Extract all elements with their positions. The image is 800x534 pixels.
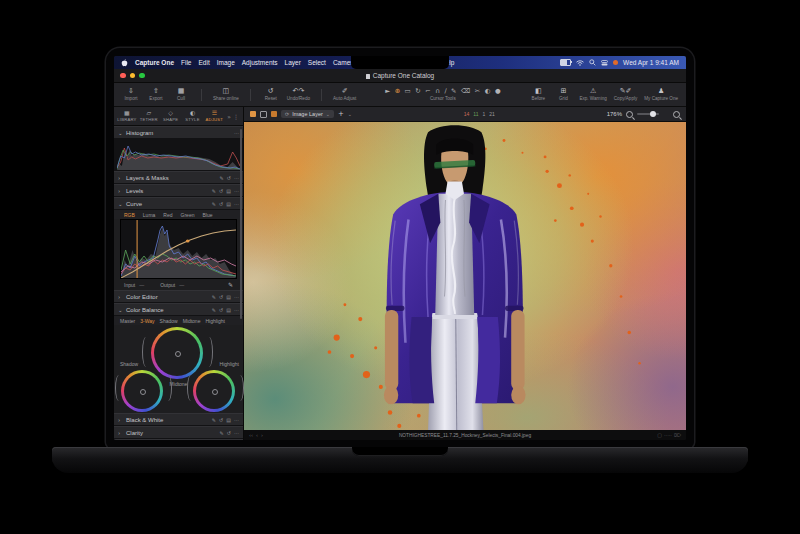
- draw-mask-tool-icon[interactable]: ✎: [451, 88, 456, 95]
- curve-tab-rgb[interactable]: RGB: [124, 212, 135, 218]
- import-button[interactable]: ⇩Import: [122, 88, 140, 101]
- copy-apply-button[interactable]: ✎✐Copy/Apply: [614, 88, 638, 101]
- add-layer-button[interactable]: +: [338, 110, 344, 118]
- auto-adjust-button[interactable]: ✐Auto Adjust: [333, 88, 356, 101]
- crop-tool-icon[interactable]: ▭: [405, 88, 411, 95]
- curve-graph[interactable]: [120, 219, 237, 279]
- rotate-tool-icon[interactable]: ↻: [415, 88, 420, 95]
- menu-file[interactable]: File: [181, 59, 191, 66]
- proof-icon[interactable]: [271, 111, 277, 117]
- more-icon[interactable]: ⋯: [234, 130, 239, 136]
- tab-menu-icon[interactable]: ⋮: [233, 113, 239, 120]
- reset-icon[interactable]: ↺: [219, 188, 223, 194]
- pan-tool-icon[interactable]: ⊕: [395, 88, 400, 95]
- shadow-color-wheel[interactable]: [121, 370, 163, 412]
- reset-icon[interactable]: ↺: [219, 307, 223, 313]
- more-icon[interactable]: ⋯: [234, 175, 239, 181]
- chevron-right-icon[interactable]: ›: [118, 188, 123, 194]
- rating-dots-icon[interactable]: ·····: [664, 432, 672, 438]
- copy-icon[interactable]: ▤: [226, 201, 231, 207]
- reset-button[interactable]: ↺Reset: [262, 88, 280, 101]
- curve-tab-red[interactable]: Red: [163, 212, 172, 218]
- chevron-down-icon[interactable]: ⌄: [118, 130, 123, 136]
- tab-style[interactable]: ◐STYLE: [182, 107, 204, 125]
- more-icon[interactable]: ⋯: [234, 201, 239, 207]
- erase-mask-tool-icon[interactable]: ⌫: [461, 88, 470, 95]
- tab-adjust[interactable]: ☰ADJUST: [203, 107, 225, 125]
- menu-adjustments[interactable]: Adjustments: [242, 59, 278, 66]
- section-clarity[interactable]: › Clarity ✎ ↺ ⋯: [114, 426, 243, 439]
- copy-icon[interactable]: ▤: [226, 294, 231, 300]
- previous-image-icon[interactable]: ‹: [256, 432, 258, 438]
- exposure-warning-button[interactable]: ⚠Exp. Warning: [579, 88, 606, 101]
- photo-canvas[interactable]: [244, 122, 686, 430]
- curve-output-value[interactable]: —: [179, 282, 184, 288]
- zoom-slider[interactable]: [637, 113, 659, 115]
- reset-icon[interactable]: ↺: [219, 294, 223, 300]
- section-color-editor[interactable]: › Color Editor ✎ ↺ ▤ ⋯: [114, 290, 243, 303]
- more-icon[interactable]: ⋯: [234, 417, 239, 423]
- cb-tab-midtone[interactable]: Midtone: [183, 318, 201, 324]
- curve-picker-icon[interactable]: ✎: [228, 281, 233, 288]
- next-image-icon[interactable]: ›: [261, 432, 263, 438]
- brush-icon[interactable]: ✎: [212, 417, 216, 423]
- section-dehaze[interactable]: › Dehaze ✎ ↺ ⋯: [114, 439, 243, 440]
- brush-icon[interactable]: ✎: [220, 430, 224, 436]
- section-black-white[interactable]: › Black & White ✎ ↺ ▤ ⋯: [114, 413, 243, 426]
- share-online-button[interactable]: ◫Share online: [213, 88, 239, 101]
- curve-input-value[interactable]: —: [139, 282, 144, 288]
- more-icon[interactable]: ⋯: [234, 430, 239, 436]
- first-image-icon[interactable]: ‹‹: [249, 432, 253, 438]
- cb-tab-master[interactable]: Master: [120, 318, 135, 324]
- menu-app-name[interactable]: Capture One: [135, 59, 174, 66]
- menu-layer[interactable]: Layer: [285, 59, 301, 66]
- cb-tab-3way[interactable]: 3-Way: [140, 318, 154, 324]
- my-capture-one-button[interactable]: ♟My Capture One: [644, 88, 678, 101]
- section-histogram[interactable]: ⌄ Histogram ⋯: [114, 126, 243, 139]
- sidebar-scrollbar[interactable]: [240, 129, 242, 319]
- menu-bar-clock[interactable]: Wed Apr 1 9:41 AM: [623, 59, 679, 66]
- tab-shape[interactable]: ◇SHAPE: [160, 107, 182, 125]
- eyedropper-icon[interactable]: ✎: [212, 188, 216, 194]
- brush-icon[interactable]: ✎: [220, 175, 224, 181]
- chevron-right-icon[interactable]: ›: [118, 294, 123, 300]
- loupe-icon[interactable]: [673, 111, 680, 118]
- highlight-color-wheel[interactable]: [193, 370, 235, 412]
- highlight-luminance-slider[interactable]: [236, 375, 244, 401]
- grid-button[interactable]: ⊞Grid: [554, 88, 572, 101]
- reset-icon[interactable]: ↺: [227, 430, 231, 436]
- copy-icon[interactable]: ▤: [226, 417, 231, 423]
- chevron-right-icon[interactable]: ›: [118, 175, 123, 181]
- apple-logo-icon[interactable]: [121, 59, 128, 67]
- cb-tab-shadow[interactable]: Shadow: [160, 318, 178, 324]
- midtone-luminance-slider[interactable]: [205, 337, 213, 367]
- curve-tab-green[interactable]: Green: [181, 212, 195, 218]
- clone-tool-icon[interactable]: ◐: [485, 88, 491, 95]
- more-icon[interactable]: ⋯: [234, 294, 239, 300]
- search-icon[interactable]: [589, 59, 596, 66]
- picker-tool-icon[interactable]: ●: [495, 88, 501, 95]
- copy-icon[interactable]: ▤: [226, 188, 231, 194]
- control-center-icon[interactable]: [601, 60, 608, 66]
- keystone-tool-icon[interactable]: ∩: [435, 88, 440, 95]
- copy-icon[interactable]: ▤: [226, 307, 231, 313]
- zoom-level[interactable]: 176%: [607, 111, 622, 117]
- menu-image[interactable]: Image: [217, 59, 235, 66]
- brush-icon[interactable]: ✎: [212, 307, 216, 313]
- cb-tab-highlight[interactable]: Highlight: [205, 318, 224, 324]
- midtone-color-wheel[interactable]: [151, 327, 203, 379]
- reset-icon[interactable]: ↺: [219, 417, 223, 423]
- chevron-down-icon[interactable]: ⌄: [118, 201, 123, 207]
- more-icon[interactable]: ⋯: [234, 307, 239, 313]
- section-levels[interactable]: › Levels ✎ ↺ ▤ ⋯: [114, 184, 243, 197]
- reset-icon[interactable]: ↺: [227, 175, 231, 181]
- tab-overflow-icon[interactable]: »: [227, 113, 231, 120]
- section-curve[interactable]: ⌄ Curve ✎ ↺ ▤ ⋯: [114, 197, 243, 210]
- zoom-out-icon[interactable]: [626, 111, 633, 118]
- menu-edit[interactable]: Edit: [199, 59, 210, 66]
- trash-icon[interactable]: ⌦: [674, 432, 681, 438]
- undo-redo-button[interactable]: ↶↷Undo/Redo: [287, 88, 310, 101]
- before-button[interactable]: ◧Before: [529, 88, 547, 101]
- single-view-icon[interactable]: [260, 111, 267, 118]
- curve-tab-blue[interactable]: Blue: [202, 212, 212, 218]
